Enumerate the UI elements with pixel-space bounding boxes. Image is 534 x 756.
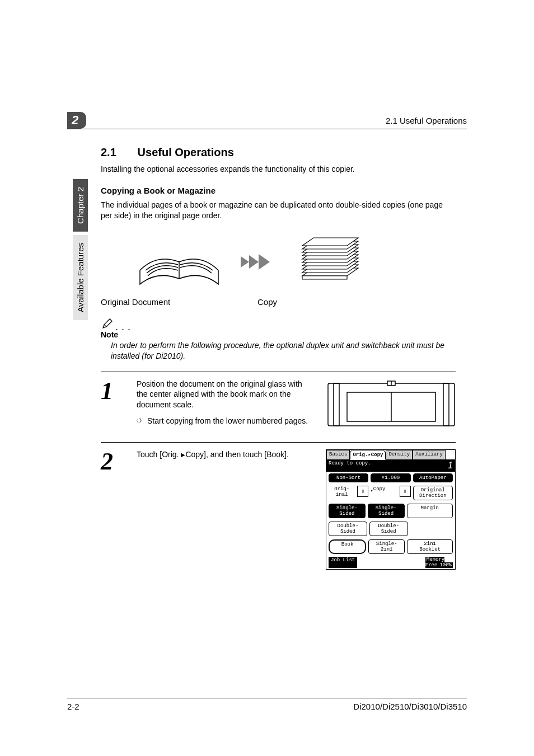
model-list: Di2010/Di2510/Di3010/Di3510: [353, 702, 467, 711]
step-2-figure: Basics Orig.▸Copy Density Auxiliary Read…: [326, 449, 456, 570]
subsection-body: The individual pages of a book or magazi…: [101, 200, 456, 221]
step-text: Position the document on the original gl…: [137, 379, 313, 411]
svg-marker-1: [249, 255, 259, 269]
ts-original-icon: ▯: [357, 486, 368, 497]
subsection-title: Copying a Book or Magazine: [101, 186, 456, 195]
step-body: Touch [Orig. ▶Copy], and then touch [Boo…: [137, 449, 312, 460]
ts-copy-label: ▸Copy: [371, 486, 397, 500]
note-block: ... Note In order to perform the followi…: [101, 318, 456, 361]
step-separator: [101, 372, 456, 372]
ts-original-direction-button[interactable]: Original Direction: [413, 486, 453, 500]
illustration-captions: Original Document Copy: [101, 297, 456, 307]
step-number: 1: [101, 379, 123, 403]
ts-book-button[interactable]: Book: [329, 539, 366, 554]
section-lead: Installing the optional accessories expa…: [101, 165, 456, 173]
ts-tab-orig-copy[interactable]: Orig.▸Copy: [350, 450, 386, 460]
side-tab-chapter: Chapter 2: [73, 179, 88, 232]
running-head-text: 2.1 Useful Operations: [386, 116, 467, 128]
ts-copy-count: 1: [448, 461, 453, 471]
ts-copy-double-sided-button[interactable]: Double- Sided: [369, 522, 408, 536]
step-1-figure: [327, 379, 456, 431]
step-2: 2 Touch [Orig. ▶Copy], and then touch [B…: [101, 449, 456, 570]
running-header: 2 2.1 Useful Operations: [67, 112, 467, 129]
ts-nonsort-button[interactable]: Non-Sort: [329, 473, 368, 482]
section-title: 2.1 Useful Operations: [101, 146, 456, 159]
ts-memory-value: 100%: [438, 562, 453, 568]
page-number: 2-2: [67, 702, 79, 711]
svg-marker-13: [302, 276, 347, 279]
step-text-b: Copy], and then touch [Book].: [185, 450, 288, 459]
ts-original-label: Orig- inal: [329, 486, 355, 500]
chapter-number: 2: [67, 112, 86, 129]
svg-marker-2: [259, 254, 270, 270]
ts-orig-single-sided-button[interactable]: Single- Sided: [329, 504, 366, 518]
ts-status-text: Ready to copy.: [329, 461, 371, 471]
note-text: In order to perform the following proced…: [111, 340, 456, 361]
svg-rect-16: [443, 383, 449, 426]
side-tab-section: Available Features: [73, 235, 88, 320]
chapter-badge: 2: [67, 112, 86, 128]
ts-copy-single-sided-button[interactable]: Single- Sided: [368, 504, 405, 518]
content: 2.1 Useful Operations Installing the opt…: [101, 146, 456, 570]
ts-copy-icon: ▯: [400, 486, 411, 497]
note-label: Note: [101, 330, 456, 339]
ts-zoom-button[interactable]: ×1.000: [371, 473, 410, 482]
arrow-right-icon: [241, 251, 274, 273]
ts-memory-free: Memory Free100%: [425, 557, 453, 568]
illustration-row: [134, 231, 456, 293]
ts-booklet-button[interactable]: 2in1 Booklet: [407, 539, 453, 554]
step-text-a: Touch [Orig.: [137, 450, 181, 459]
step-separator: [101, 442, 456, 443]
side-tabs: Chapter 2 Available Features: [73, 179, 88, 323]
ts-orig-double-sided-button[interactable]: Double- Sided: [329, 522, 367, 536]
step-body: Position the document on the original gl…: [137, 379, 313, 427]
step-1: 1 Position the document on the original …: [101, 379, 456, 431]
ts-margin-button[interactable]: Margin: [407, 504, 453, 518]
section-number: 2.1: [101, 146, 134, 159]
ts-copy-label-text: Copy: [373, 486, 386, 492]
ts-autopaper-button[interactable]: AutoPaper: [413, 473, 453, 482]
pencil-icon: [101, 318, 113, 330]
step-bullet: ❍ Start copying from the lower numbered …: [137, 416, 313, 426]
bullet-icon: ❍: [137, 416, 142, 426]
caption-original: Original Document: [101, 297, 257, 307]
ts-tab-basics[interactable]: Basics: [326, 450, 350, 459]
step-number: 2: [101, 449, 123, 474]
note-dots-icon: ...: [115, 323, 134, 330]
paper-stack-icon: [291, 231, 364, 293]
ts-tab-density[interactable]: Density: [386, 450, 413, 459]
caption-copy: Copy: [257, 297, 277, 307]
page-footer: 2-2 Di2010/Di2510/Di3010/Di3510: [67, 698, 467, 711]
ts-tab-auxiliary[interactable]: Auxiliary: [413, 450, 446, 459]
section-title-text: Useful Operations: [138, 146, 234, 158]
open-book-icon: [134, 231, 224, 293]
svg-marker-0: [241, 256, 249, 267]
touchscreen-panel: Basics Orig.▸Copy Density Auxiliary Read…: [326, 449, 456, 570]
page: Chapter 2 Available Features 2 2.1 Usefu…: [0, 0, 534, 756]
svg-rect-15: [334, 383, 339, 426]
ts-single-2in1-button[interactable]: Single-2in1: [368, 539, 405, 554]
ts-job-list-button[interactable]: Job List: [329, 557, 357, 568]
step-bullet-text: Start copying from the lower numbered pa…: [147, 416, 308, 426]
